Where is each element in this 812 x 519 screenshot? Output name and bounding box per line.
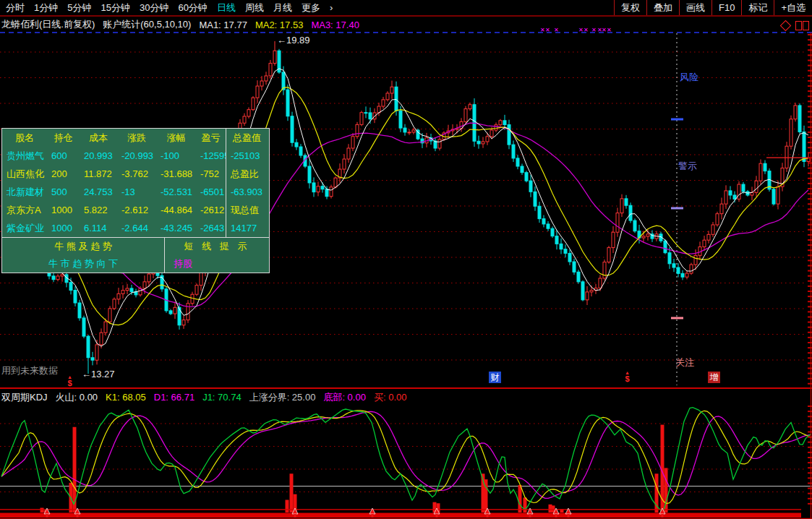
dollar-signal-icon: ▲$	[67, 375, 72, 387]
holdings-row: 北新建材50024.753-13-52.531-6501-63.903	[2, 183, 269, 201]
peak-price-label: ←19.89	[277, 35, 310, 46]
holdings-col-header: 总盈值	[226, 129, 268, 147]
stock-value: -13	[117, 186, 156, 197]
stock-value: -6501	[196, 186, 226, 197]
holdings-col-header: 股名	[2, 132, 47, 145]
stock-value: -2643	[196, 223, 226, 233]
stock-value: 1000	[47, 205, 80, 215]
hint-status: 持股	[165, 255, 269, 273]
hint-box: 短 线 提 示 持股	[164, 238, 269, 273]
stock-name: 京东方A	[2, 204, 47, 217]
stock-value: -2.612	[117, 205, 156, 215]
summary-cell: -25103	[226, 147, 268, 165]
kdj-title-token-5: J1: 70.74	[202, 392, 242, 403]
zeng-badge: 增	[708, 372, 720, 383]
holdings-rows: 贵州燃气60020.993-20.993-100-12595-25103山西焦化…	[2, 147, 269, 237]
holdings-col-header: 持仓	[47, 132, 80, 145]
risk-label: 风险	[680, 71, 698, 84]
stock-value: 20.993	[80, 150, 117, 161]
stock-name: 紫金矿业	[2, 222, 47, 235]
sell-x-marker: ✕	[540, 27, 545, 33]
holdings-row: 京东方A10005.822-2.612-44.864-2612现总值	[2, 201, 269, 219]
stock-value: 200	[47, 168, 80, 179]
holdings-row: 山西焦化20011.872-3.762-31.688-752总盈比	[2, 165, 269, 183]
stock-value: 1000	[47, 223, 80, 233]
holdings-col-header: 盈亏	[196, 132, 226, 145]
summary-cell: -63.903	[226, 183, 268, 201]
stock-name: 山西焦化	[2, 168, 47, 181]
stock-value: -100	[156, 150, 196, 161]
sell-x-marker: ✕	[584, 27, 589, 33]
stock-name: 贵州燃气	[2, 150, 47, 163]
sell-x-marker: ✕	[554, 27, 559, 33]
kdj-title-token-2: 火山: 0.00	[56, 392, 98, 403]
holdings-col-header: 成本	[80, 132, 117, 145]
stock-value: -20.993	[117, 150, 156, 161]
stock-name: 北新建材	[2, 186, 47, 199]
trend-status: 牛 市 趋 势 向 下	[2, 255, 164, 273]
holdings-footer: 牛 熊 及 趋 势 牛 市 趋 势 向 下 短 线 提 示 持股	[2, 237, 269, 273]
kdj-panel-title: 双周期KDJ火山: 0.00K1: 68.05D1: 66.71J1: 70.7…	[1, 390, 414, 404]
stock-value: -3.762	[117, 168, 156, 179]
future-data-note: 用到未来数据	[1, 364, 58, 377]
holdings-header-row: 股名持仓成本涨跌涨幅盈亏总盈值	[2, 129, 269, 147]
trough-price-label: ←13.27	[82, 369, 115, 379]
trend-box: 牛 熊 及 趋 势 牛 市 趋 势 向 下	[2, 238, 164, 273]
holdings-stats-panel: 股名持仓成本涨跌涨幅盈亏总盈值 贵州燃气60020.993-20.993-100…	[1, 128, 270, 273]
sell-x-marker: ✕	[578, 27, 584, 33]
summary-cell: 总盈比	[226, 165, 268, 183]
stock-value: 5.822	[80, 205, 117, 215]
holdings-row: 紫金矿业10006.114-2.644-43.245-264314177	[2, 219, 269, 237]
kdj-title-token-8: 买: 0.00	[374, 392, 407, 403]
kdj-title-token-3: K1: 68.05	[106, 392, 146, 403]
stock-value: -43.245	[156, 223, 196, 233]
trend-title: 牛 熊 及 趋 势	[2, 238, 164, 255]
warn-label: 警示	[678, 160, 697, 173]
sell-x-marker: ✕	[545, 27, 550, 33]
dollar-signal-icon: ▲$	[625, 371, 630, 382]
cai-badge: 财	[489, 372, 501, 383]
hint-title: 短 线 提 示	[165, 238, 269, 255]
holdings-row: 贵州燃气60020.993-20.993-100-12595-25103	[2, 147, 269, 165]
sell-x-marker: ✕	[591, 27, 597, 33]
holdings-col-header: 涨幅	[156, 132, 196, 145]
sell-x-marker: ✕	[602, 27, 607, 33]
kdj-title-token-6: 上涨分界: 25.00	[249, 392, 316, 403]
holdings-col-header: 涨跌	[117, 132, 156, 145]
summary-cell: 现总值	[226, 201, 268, 219]
stock-value: -12595	[196, 150, 226, 161]
summary-cell: 14177	[226, 219, 268, 237]
stock-value: 11.872	[80, 168, 117, 179]
stock-value: 24.753	[80, 186, 117, 197]
stock-value: -2.644	[117, 223, 156, 233]
kdj-title-token-1: 双周期KDJ	[1, 392, 48, 403]
sell-x-marker: ✕	[607, 27, 612, 33]
stock-value: -2612	[196, 205, 226, 215]
kdj-title-token-7: 底部: 0.00	[323, 392, 366, 403]
stock-value: 600	[47, 150, 80, 161]
stock-value: -752	[196, 168, 226, 179]
stock-value: 6.114	[80, 223, 117, 233]
stock-value: -31.688	[156, 168, 196, 179]
trading-terminal-window: 分时1分钟5分钟15分钟30分钟60分钟日线周线月线更多› 复权叠加画线F10标…	[0, 0, 812, 519]
stock-value: 500	[47, 186, 80, 197]
kdj-title-token-4: D1: 66.71	[154, 392, 195, 403]
stock-value: -52.531	[156, 186, 196, 197]
stock-value: -44.864	[156, 205, 196, 215]
watch-label: 关注	[675, 356, 694, 369]
